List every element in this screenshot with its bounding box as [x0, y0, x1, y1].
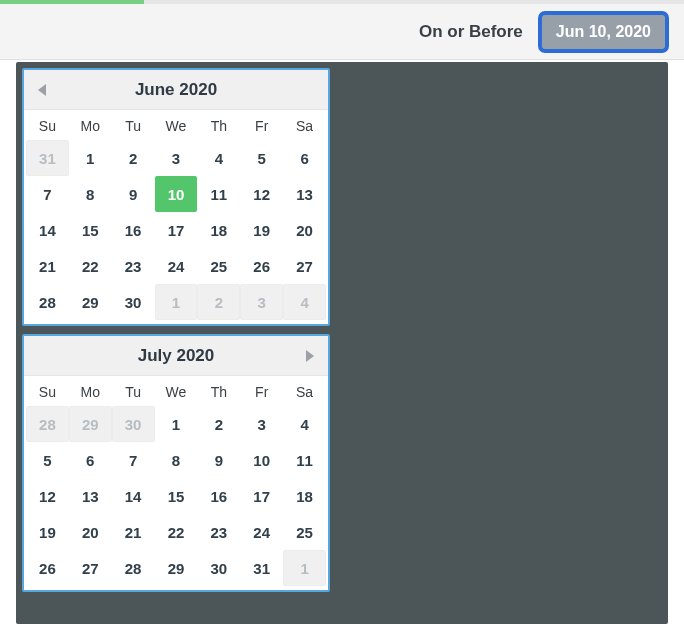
calendar-1: July 2020SuMoTuWeThFrSa28293012345678910… — [22, 334, 330, 592]
dow-label: Tu — [112, 380, 155, 404]
day[interactable]: 27 — [283, 248, 326, 284]
day[interactable]: 3 — [240, 406, 283, 442]
day-other-month[interactable]: 1 — [283, 550, 326, 586]
dow-label: Mo — [69, 114, 112, 138]
day[interactable]: 17 — [155, 212, 198, 248]
dow-label: Th — [197, 380, 240, 404]
day[interactable]: 1 — [155, 406, 198, 442]
day-other-month[interactable]: 30 — [112, 406, 155, 442]
day[interactable]: 25 — [197, 248, 240, 284]
day[interactable]: 18 — [283, 478, 326, 514]
calendar-header: June 2020 — [24, 70, 328, 110]
dow-label: Sa — [283, 380, 326, 404]
day[interactable]: 12 — [26, 478, 69, 514]
header-area: On or Before Jun 10, 2020 — [0, 4, 684, 60]
day[interactable]: 20 — [69, 514, 112, 550]
filter-label: On or Before — [419, 22, 523, 42]
dow-label: Mo — [69, 380, 112, 404]
dow-label: Th — [197, 114, 240, 138]
day[interactable]: 21 — [26, 248, 69, 284]
day[interactable]: 31 — [240, 550, 283, 586]
day[interactable]: 16 — [112, 212, 155, 248]
day[interactable]: 9 — [112, 176, 155, 212]
day[interactable]: 27 — [69, 550, 112, 586]
dow-row: SuMoTuWeThFrSa — [24, 376, 328, 406]
day[interactable]: 11 — [197, 176, 240, 212]
dow-label: We — [155, 380, 198, 404]
day[interactable]: 22 — [69, 248, 112, 284]
day-other-month[interactable]: 4 — [283, 284, 326, 320]
dow-label: Sa — [283, 114, 326, 138]
day-other-month[interactable]: 31 — [26, 140, 69, 176]
calendar-title: July 2020 — [138, 346, 215, 366]
day[interactable]: 17 — [240, 478, 283, 514]
datepicker-panel: June 2020SuMoTuWeThFrSa31123456789101112… — [16, 62, 668, 624]
dow-label: Fr — [240, 380, 283, 404]
day[interactable]: 14 — [112, 478, 155, 514]
dow-label: Tu — [112, 114, 155, 138]
day[interactable]: 9 — [197, 442, 240, 478]
day[interactable]: 4 — [197, 140, 240, 176]
day[interactable]: 8 — [69, 176, 112, 212]
dow-row: SuMoTuWeThFrSa — [24, 110, 328, 140]
day[interactable]: 16 — [197, 478, 240, 514]
day[interactable]: 15 — [155, 478, 198, 514]
day[interactable]: 6 — [283, 140, 326, 176]
day[interactable]: 23 — [197, 514, 240, 550]
day[interactable]: 30 — [197, 550, 240, 586]
day[interactable]: 24 — [240, 514, 283, 550]
calendar-0: June 2020SuMoTuWeThFrSa31123456789101112… — [22, 68, 330, 326]
day[interactable]: 12 — [240, 176, 283, 212]
day[interactable]: 3 — [155, 140, 198, 176]
day[interactable]: 14 — [26, 212, 69, 248]
calendar-title: June 2020 — [135, 80, 217, 100]
day[interactable]: 25 — [283, 514, 326, 550]
dow-label: Fr — [240, 114, 283, 138]
day[interactable]: 21 — [112, 514, 155, 550]
day[interactable]: 8 — [155, 442, 198, 478]
day[interactable]: 22 — [155, 514, 198, 550]
days-grid: 3112345678910111213141516171819202122232… — [24, 140, 328, 322]
day-other-month[interactable]: 29 — [69, 406, 112, 442]
day[interactable]: 29 — [69, 284, 112, 320]
day[interactable]: 28 — [26, 284, 69, 320]
day[interactable]: 2 — [112, 140, 155, 176]
day[interactable]: 13 — [69, 478, 112, 514]
day[interactable]: 26 — [240, 248, 283, 284]
day[interactable]: 29 — [155, 550, 198, 586]
day[interactable]: 28 — [112, 550, 155, 586]
dow-label: Su — [26, 114, 69, 138]
days-grid: 2829301234567891011121314151617181920212… — [24, 406, 328, 588]
day[interactable]: 2 — [197, 406, 240, 442]
day[interactable]: 1 — [69, 140, 112, 176]
date-input-chip[interactable]: Jun 10, 2020 — [539, 12, 668, 52]
day[interactable]: 7 — [26, 176, 69, 212]
day[interactable]: 13 — [283, 176, 326, 212]
day-other-month[interactable]: 28 — [26, 406, 69, 442]
day[interactable]: 30 — [112, 284, 155, 320]
day[interactable]: 15 — [69, 212, 112, 248]
dow-label: We — [155, 114, 198, 138]
day[interactable]: 26 — [26, 550, 69, 586]
dow-label: Su — [26, 380, 69, 404]
day-selected[interactable]: 10 — [155, 176, 198, 212]
day-other-month[interactable]: 3 — [240, 284, 283, 320]
day[interactable]: 5 — [26, 442, 69, 478]
next-month-icon[interactable] — [306, 350, 314, 362]
prev-month-icon[interactable] — [38, 84, 46, 96]
day[interactable]: 4 — [283, 406, 326, 442]
day[interactable]: 11 — [283, 442, 326, 478]
day[interactable]: 18 — [197, 212, 240, 248]
calendar-header: July 2020 — [24, 336, 328, 376]
day[interactable]: 24 — [155, 248, 198, 284]
day[interactable]: 7 — [112, 442, 155, 478]
day[interactable]: 10 — [240, 442, 283, 478]
day[interactable]: 20 — [283, 212, 326, 248]
day[interactable]: 5 — [240, 140, 283, 176]
day-other-month[interactable]: 2 — [197, 284, 240, 320]
day[interactable]: 23 — [112, 248, 155, 284]
day[interactable]: 19 — [26, 514, 69, 550]
day[interactable]: 6 — [69, 442, 112, 478]
day[interactable]: 19 — [240, 212, 283, 248]
day-other-month[interactable]: 1 — [155, 284, 198, 320]
